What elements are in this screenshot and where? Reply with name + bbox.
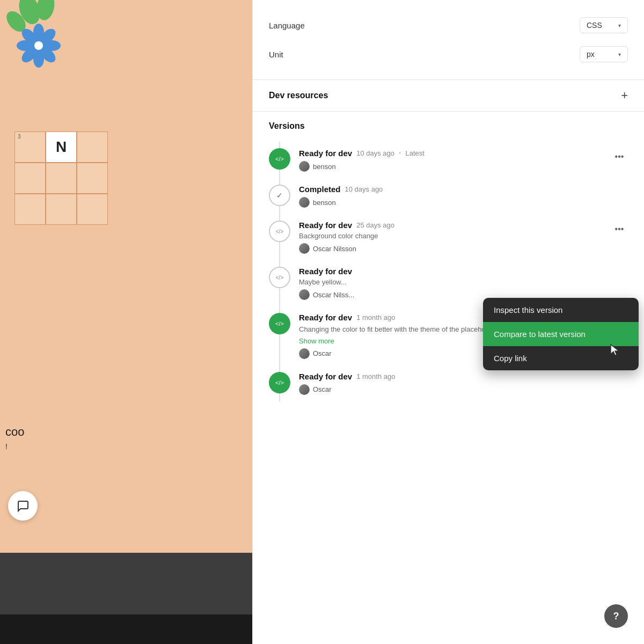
scrabble-cell-4 [77,163,108,194]
language-arrow-icon: ▾ [618,23,621,28]
version-author-1: benson [299,161,602,172]
dev-resources-title: Dev resources [269,91,328,100]
version-sep-1: · [399,148,401,158]
version-author-6: Oscar [299,384,628,395]
author-name-4: Oscar Nilss... [313,291,354,299]
version-time-3: 25 days ago [356,221,394,229]
author-name-6: Oscar [313,385,332,393]
version-time-1: 10 days ago [356,149,394,157]
language-select[interactable]: CSS ▾ [580,17,628,33]
versions-title: Versions [269,121,628,131]
version-header-6: Ready for dev 1 month ago [299,372,628,381]
author-name-1: benson [313,163,336,171]
version-status-2: Completed [299,185,341,194]
dev-resources-section: Dev resources + [253,80,644,112]
version-icon-2: ✓ [269,185,290,206]
phone-mockup: 3 N coo ! [0,0,252,553]
author-name-5: Oscar [313,349,332,357]
avatar-6 [299,384,310,395]
canvas-area: 3 N coo ! [0,0,252,644]
language-row: Language CSS ▾ [269,11,628,40]
version-author-3: Oscar Nilsson [299,243,602,254]
language-value: CSS [587,21,602,30]
context-menu-item-copy-link[interactable]: Copy link [483,346,639,370]
version-time-2: 10 days ago [345,185,383,193]
avatar-1 [299,161,310,172]
right-panel: Language CSS ▾ Unit px ▾ Dev resources +… [252,0,644,644]
scrabble-cell-empty [77,131,108,163]
scrabble-cell: 3 [14,131,46,163]
version-item-3: </> Ready for dev 25 days ago Background… [269,214,628,260]
version-latest-badge: Latest [406,149,425,157]
scrabble-board: 3 N [14,131,122,225]
avatar-2 [299,197,310,208]
version-item-2: ✓ Completed 10 days ago benson [269,178,628,214]
context-menu: Inspect this version Compare to latest v… [483,298,639,370]
version-header-3: Ready for dev 25 days ago [299,221,602,230]
version-status-1: Ready for dev [299,149,352,158]
version-icon-1: </> [269,148,290,170]
flower-area [0,0,86,86]
version-menu-button-3[interactable]: ••• [611,221,628,238]
version-header-1: Ready for dev 10 days ago · Latest [299,148,602,158]
version-status-6: Ready for dev [299,372,352,381]
add-dev-resource-button[interactable]: + [621,90,628,101]
version-status-4: Ready for dev [299,267,352,276]
unit-label: Unit [269,50,283,59]
context-menu-item-compare[interactable]: Compare to latest version [483,322,639,346]
scrabble-cell-6 [46,194,77,225]
unit-select[interactable]: px ▾ [580,46,628,62]
version-icon-6: </> [269,372,290,393]
avatar-5 [299,348,310,359]
chat-bubble[interactable] [8,491,38,521]
version-content-1: Ready for dev 10 days ago · Latest benso… [299,148,602,172]
version-icon-symbol-3: </> [276,229,283,235]
version-time-5: 1 month ago [356,313,395,321]
chat-icon [17,500,30,513]
help-icon: ? [613,611,619,622]
version-icon-4: </> [269,267,290,288]
version-icon-5: </> [269,313,290,334]
version-header-2: Completed 10 days ago [299,185,628,194]
version-content-3: Ready for dev 25 days ago Background col… [299,221,602,254]
version-content-4: Ready for dev Maybe yellow... Oscar Nils… [299,267,628,300]
version-description-4: Maybe yellow... [299,278,628,286]
version-content-6: Ready for dev 1 month ago Oscar [299,372,628,395]
version-icon-symbol-5: </> [275,320,284,327]
scrabble-cell-5 [14,194,46,225]
version-icon-symbol-6: </> [275,379,284,386]
settings-section: Language CSS ▾ Unit px ▾ [253,0,644,80]
version-description-3: Background color change [299,232,602,240]
version-author-2: benson [299,197,628,208]
bottom-text: coo ! [0,419,86,456]
unit-arrow-icon: ▾ [618,52,621,57]
author-name-3: Oscar Nilsson [313,245,356,253]
version-icon-symbol-4: </> [276,275,283,281]
black-bar [0,614,252,644]
version-item-1: </> Ready for dev 10 days ago · Latest b… [269,142,628,178]
help-button[interactable]: ? [604,604,628,628]
language-label: Language [269,21,305,30]
version-time-6: 1 month ago [356,372,395,380]
scrabble-cell-2 [14,163,46,194]
version-content-2: Completed 10 days ago benson [299,185,628,208]
version-icon-symbol-1: </> [275,156,284,162]
context-menu-item-inspect[interactable]: Inspect this version [483,298,639,322]
unit-value: px [587,50,595,58]
svg-point-12 [34,41,43,50]
version-menu-button-1[interactable]: ••• [611,148,628,165]
scrabble-cell-3 [46,163,77,194]
version-header-4: Ready for dev [299,267,628,276]
version-status-3: Ready for dev [299,221,352,230]
avatar-4 [299,289,310,300]
avatar-3 [299,243,310,254]
version-item-6: </> Ready for dev 1 month ago Oscar [269,365,628,401]
author-name-2: benson [313,199,336,207]
version-icon-3: </> [269,221,290,242]
scrabble-cell-7 [77,194,108,225]
unit-row: Unit px ▾ [269,40,628,69]
scrabble-cell-n: N [46,131,77,163]
version-status-5: Ready for dev [299,313,352,322]
version-icon-symbol-2: ✓ [276,191,283,200]
